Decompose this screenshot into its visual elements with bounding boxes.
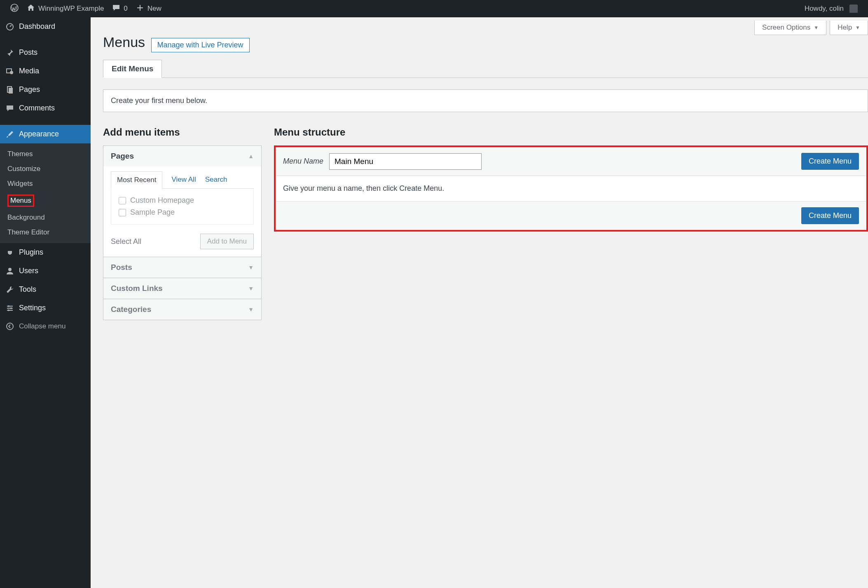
accordion-categories: Categories ▼	[103, 299, 261, 320]
svg-rect-5	[9, 88, 13, 94]
screen-options-button[interactable]: Screen Options ▼	[754, 21, 826, 35]
comments-link[interactable]: 0	[108, 0, 131, 17]
pages-list: Custom Homepage Sample Page	[111, 189, 254, 225]
sidebar-sub-background[interactable]: Background	[0, 210, 91, 225]
sliders-icon	[6, 304, 14, 312]
main-content: Screen Options ▼ Help ▼ Menus Manage wit…	[91, 0, 868, 320]
sidebar-sub-theme-editor[interactable]: Theme Editor	[0, 225, 91, 240]
menu-name-row: Menu Name Create Menu	[276, 147, 866, 176]
appearance-submenu: Themes Customize Widgets Menus Backgroun…	[0, 143, 91, 243]
sidebar-item-media[interactable]: Media	[0, 62, 91, 80]
chevron-down-icon: ▼	[248, 306, 254, 313]
sidebar-sub-customize[interactable]: Customize	[0, 162, 91, 176]
tab-edit-menus[interactable]: Edit Menus	[103, 60, 162, 78]
sidebar-item-dashboard[interactable]: Dashboard	[0, 17, 91, 36]
menu-structure-hint: Give your menu a name, then click Create…	[276, 176, 866, 201]
page-title: Menus	[103, 34, 145, 50]
menu-structure-column: Menu structure Menu Name Create Menu Giv…	[274, 127, 868, 320]
sidebar-sub-widgets[interactable]: Widgets	[0, 176, 91, 191]
plus-icon	[136, 4, 144, 14]
media-icon	[6, 67, 14, 75]
chevron-up-icon: ▲	[248, 153, 254, 159]
pages-icon	[6, 86, 14, 94]
sidebar-item-appearance[interactable]: Appearance	[0, 125, 91, 143]
sidebar-item-settings[interactable]: Settings	[0, 299, 91, 317]
plug-icon	[6, 248, 14, 257]
menu-structure-box: Menu Name Create Menu Give your menu a n…	[274, 145, 868, 232]
admin-sidebar: Dashboard Posts Media Pages Comments App…	[0, 17, 91, 320]
chevron-down-icon: ▼	[855, 25, 860, 30]
sidebar-sub-menus[interactable]: Menus	[0, 191, 91, 210]
howdy-text: Howdy, colin	[805, 5, 844, 13]
add-to-menu-button[interactable]: Add to Menu	[200, 234, 254, 249]
menu-structure-heading: Menu structure	[274, 127, 868, 138]
sidebar-item-pages[interactable]: Pages	[0, 80, 91, 99]
svg-point-8	[10, 307, 12, 309]
svg-point-3	[10, 71, 13, 74]
collapse-menu[interactable]: Collapse menu	[0, 317, 91, 320]
chevron-down-icon: ▼	[248, 285, 254, 292]
create-menu-button-top[interactable]: Create Menu	[801, 153, 859, 170]
sidebar-item-posts[interactable]: Posts	[0, 43, 91, 62]
user-icon	[6, 267, 14, 275]
accordion-categories-header[interactable]: Categories ▼	[103, 299, 261, 320]
site-name: WinningWP Example	[38, 5, 104, 13]
sidebar-sub-themes[interactable]: Themes	[0, 147, 91, 162]
comment-icon	[112, 4, 120, 14]
svg-point-7	[8, 305, 9, 307]
new-label: New	[147, 5, 161, 13]
avatar	[849, 5, 858, 13]
page-item[interactable]: Sample Page	[119, 206, 246, 218]
page-checkbox[interactable]	[119, 209, 126, 216]
home-icon	[27, 4, 35, 14]
info-notice: Create your first menu below.	[103, 89, 868, 112]
site-link[interactable]: WinningWP Example	[23, 0, 108, 17]
accordion: Pages ▲ Most Recent View All Search C	[103, 145, 262, 320]
screen-meta-buttons: Screen Options ▼ Help ▼	[754, 21, 868, 35]
pin-icon	[6, 49, 14, 57]
admin-bar: WinningWP Example 0 New Howdy, colin	[0, 0, 868, 17]
brush-icon	[6, 130, 14, 138]
svg-point-9	[8, 309, 9, 311]
accordion-pages: Pages ▲ Most Recent View All Search C	[103, 146, 261, 257]
accordion-posts: Posts ▼	[103, 257, 261, 278]
wordpress-icon	[10, 4, 19, 14]
wrench-icon	[6, 286, 14, 294]
sidebar-item-plugins[interactable]: Plugins	[0, 243, 91, 262]
help-button[interactable]: Help ▼	[830, 21, 868, 35]
account-link[interactable]: Howdy, colin	[800, 0, 862, 17]
pages-tab-recent[interactable]: Most Recent	[111, 171, 162, 189]
create-menu-button-bottom[interactable]: Create Menu	[801, 207, 859, 224]
page-checkbox[interactable]	[119, 197, 126, 204]
pages-tab-viewall[interactable]: View All	[171, 171, 196, 188]
pages-footer: Select All Add to Menu	[111, 234, 254, 249]
pages-tab-search[interactable]: Search	[205, 171, 227, 188]
menu-structure-footer: Create Menu	[276, 201, 866, 230]
accordion-custom-links-header[interactable]: Custom Links ▼	[103, 278, 261, 299]
sidebar-item-comments[interactable]: Comments	[0, 99, 91, 117]
add-menu-items-column: Add menu items Pages ▲ Most Recent View …	[103, 127, 262, 320]
page-item[interactable]: Custom Homepage	[119, 194, 246, 206]
accordion-posts-header[interactable]: Posts ▼	[103, 257, 261, 278]
nav-tabs: Edit Menus	[103, 60, 868, 78]
select-all-link[interactable]: Select All	[111, 237, 141, 246]
sidebar-item-users[interactable]: Users	[0, 262, 91, 280]
comment-icon	[6, 104, 14, 112]
chevron-down-icon: ▼	[814, 25, 819, 30]
svg-point-6	[8, 268, 12, 271]
pages-tabs: Most Recent View All Search	[111, 171, 254, 189]
accordion-custom-links: Custom Links ▼	[103, 278, 261, 299]
dashboard-icon	[6, 23, 14, 31]
wp-logo[interactable]	[6, 0, 23, 17]
accordion-pages-body: Most Recent View All Search Custom Homep…	[103, 166, 261, 257]
new-content-link[interactable]: New	[132, 0, 166, 17]
live-preview-button[interactable]: Manage with Live Preview	[151, 38, 250, 52]
menu-name-label: Menu Name	[283, 157, 323, 166]
sidebar-item-tools[interactable]: Tools	[0, 280, 91, 299]
chevron-down-icon: ▼	[248, 264, 254, 271]
comments-count: 0	[124, 5, 127, 13]
accordion-pages-header[interactable]: Pages ▲	[103, 146, 261, 166]
add-items-heading: Add menu items	[103, 127, 262, 138]
menu-name-input[interactable]	[329, 153, 482, 170]
